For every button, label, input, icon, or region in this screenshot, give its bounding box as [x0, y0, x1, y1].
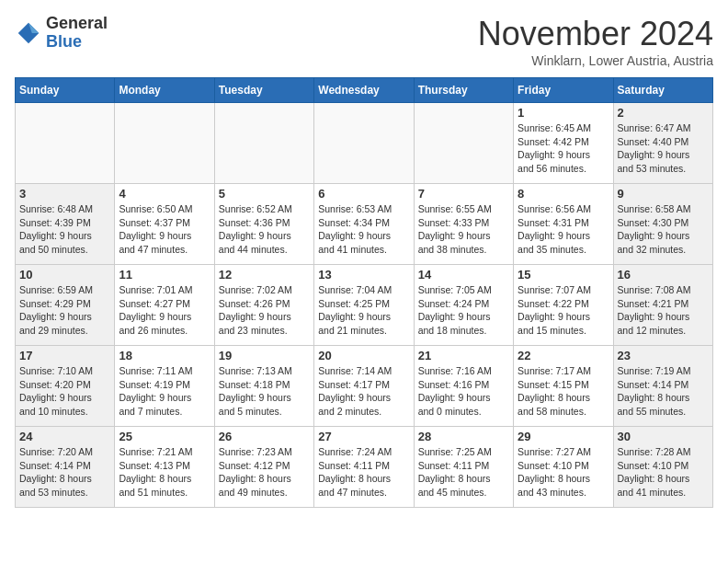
calendar-cell: 5Sunrise: 6:52 AM Sunset: 4:36 PM Daylig…	[214, 184, 313, 265]
day-number: 10	[19, 268, 110, 282]
calendar-cell: 24Sunrise: 7:20 AM Sunset: 4:14 PM Dayli…	[16, 427, 115, 508]
day-info: Sunrise: 6:59 AM Sunset: 4:29 PM Dayligh…	[19, 283, 110, 338]
day-number: 22	[518, 349, 609, 362]
calendar-cell: 27Sunrise: 7:24 AM Sunset: 4:11 PM Dayli…	[314, 427, 414, 508]
day-info: Sunrise: 7:20 AM Sunset: 4:14 PM Dayligh…	[19, 445, 110, 500]
day-info: Sunrise: 7:16 AM Sunset: 4:16 PM Dayligh…	[418, 364, 509, 419]
day-number: 16	[618, 268, 709, 282]
day-number: 20	[318, 349, 409, 362]
day-number: 5	[219, 187, 310, 201]
day-info: Sunrise: 7:05 AM Sunset: 4:24 PM Dayligh…	[418, 283, 509, 338]
day-info: Sunrise: 7:13 AM Sunset: 4:18 PM Dayligh…	[219, 364, 310, 419]
day-number: 23	[618, 349, 709, 362]
logo-general: General	[46, 14, 108, 32]
title-block: November 2024 Winklarn, Lower Austria, A…	[478, 15, 713, 68]
day-info: Sunrise: 7:23 AM Sunset: 4:12 PM Dayligh…	[219, 445, 310, 500]
day-info: Sunrise: 6:55 AM Sunset: 4:33 PM Dayligh…	[418, 202, 509, 257]
calendar-cell: 19Sunrise: 7:13 AM Sunset: 4:18 PM Dayli…	[214, 346, 313, 427]
day-info: Sunrise: 7:19 AM Sunset: 4:14 PM Dayligh…	[618, 364, 709, 419]
weekday-header-row: SundayMondayTuesdayWednesdayThursdayFrid…	[16, 78, 713, 103]
day-info: Sunrise: 7:10 AM Sunset: 4:20 PM Dayligh…	[19, 364, 110, 419]
day-number: 12	[219, 268, 310, 282]
week-row-2: 3Sunrise: 6:48 AM Sunset: 4:39 PM Daylig…	[16, 184, 713, 265]
day-info: Sunrise: 7:14 AM Sunset: 4:17 PM Dayligh…	[318, 364, 409, 419]
calendar-table: SundayMondayTuesdayWednesdayThursdayFrid…	[15, 77, 713, 508]
calendar-cell	[16, 103, 115, 184]
calendar-cell: 30Sunrise: 7:28 AM Sunset: 4:10 PM Dayli…	[613, 427, 712, 508]
calendar-cell	[115, 103, 214, 184]
calendar-cell: 18Sunrise: 7:11 AM Sunset: 4:19 PM Dayli…	[115, 346, 214, 427]
calendar-cell: 25Sunrise: 7:21 AM Sunset: 4:13 PM Dayli…	[115, 427, 214, 508]
calendar-cell: 6Sunrise: 6:53 AM Sunset: 4:34 PM Daylig…	[314, 184, 414, 265]
logo-text: General Blue	[46, 15, 108, 52]
calendar-cell: 20Sunrise: 7:14 AM Sunset: 4:17 PM Dayli…	[314, 346, 414, 427]
weekday-header-tuesday: Tuesday	[214, 78, 313, 103]
day-number: 3	[19, 187, 110, 201]
location-subtitle: Winklarn, Lower Austria, Austria	[478, 53, 713, 68]
calendar-cell	[214, 103, 313, 184]
calendar-cell: 10Sunrise: 6:59 AM Sunset: 4:29 PM Dayli…	[16, 265, 115, 346]
day-number: 30	[618, 430, 709, 443]
day-number: 8	[518, 187, 609, 201]
day-number: 26	[219, 430, 310, 443]
day-number: 19	[219, 349, 310, 362]
day-info: Sunrise: 7:24 AM Sunset: 4:11 PM Dayligh…	[318, 445, 409, 500]
day-number: 6	[318, 187, 409, 201]
day-number: 21	[418, 349, 509, 362]
calendar-cell: 26Sunrise: 7:23 AM Sunset: 4:12 PM Dayli…	[214, 427, 313, 508]
day-info: Sunrise: 6:47 AM Sunset: 4:40 PM Dayligh…	[618, 121, 709, 176]
day-number: 29	[518, 430, 609, 443]
week-row-4: 17Sunrise: 7:10 AM Sunset: 4:20 PM Dayli…	[16, 346, 713, 427]
day-number: 4	[119, 187, 210, 201]
calendar-cell: 7Sunrise: 6:55 AM Sunset: 4:33 PM Daylig…	[414, 184, 513, 265]
day-number: 27	[318, 430, 409, 443]
week-row-3: 10Sunrise: 6:59 AM Sunset: 4:29 PM Dayli…	[16, 265, 713, 346]
day-info: Sunrise: 6:52 AM Sunset: 4:36 PM Dayligh…	[219, 202, 310, 257]
calendar-cell	[414, 103, 513, 184]
logo: General Blue	[15, 15, 108, 52]
day-number: 24	[19, 430, 110, 443]
calendar-cell: 28Sunrise: 7:25 AM Sunset: 4:11 PM Dayli…	[414, 427, 513, 508]
day-info: Sunrise: 7:04 AM Sunset: 4:25 PM Dayligh…	[318, 283, 409, 338]
day-info: Sunrise: 7:25 AM Sunset: 4:11 PM Dayligh…	[418, 445, 509, 500]
calendar-cell: 2Sunrise: 6:47 AM Sunset: 4:40 PM Daylig…	[613, 103, 712, 184]
weekday-header-saturday: Saturday	[613, 78, 712, 103]
calendar-cell: 29Sunrise: 7:27 AM Sunset: 4:10 PM Dayli…	[514, 427, 613, 508]
day-info: Sunrise: 6:53 AM Sunset: 4:34 PM Dayligh…	[318, 202, 409, 257]
day-info: Sunrise: 7:08 AM Sunset: 4:21 PM Dayligh…	[618, 283, 709, 338]
calendar-cell: 15Sunrise: 7:07 AM Sunset: 4:22 PM Dayli…	[514, 265, 613, 346]
day-number: 15	[518, 268, 609, 282]
calendar-cell: 1Sunrise: 6:45 AM Sunset: 4:42 PM Daylig…	[514, 103, 613, 184]
day-number: 18	[119, 349, 210, 362]
calendar-cell: 12Sunrise: 7:02 AM Sunset: 4:26 PM Dayli…	[214, 265, 313, 346]
calendar-cell: 14Sunrise: 7:05 AM Sunset: 4:24 PM Dayli…	[414, 265, 513, 346]
day-info: Sunrise: 6:48 AM Sunset: 4:39 PM Dayligh…	[19, 202, 110, 257]
calendar-cell: 3Sunrise: 6:48 AM Sunset: 4:39 PM Daylig…	[16, 184, 115, 265]
week-row-1: 1Sunrise: 6:45 AM Sunset: 4:42 PM Daylig…	[16, 103, 713, 184]
day-info: Sunrise: 6:45 AM Sunset: 4:42 PM Dayligh…	[518, 121, 609, 176]
weekday-header-thursday: Thursday	[414, 78, 513, 103]
day-number: 7	[418, 187, 509, 201]
calendar-cell: 13Sunrise: 7:04 AM Sunset: 4:25 PM Dayli…	[314, 265, 414, 346]
calendar-cell: 11Sunrise: 7:01 AM Sunset: 4:27 PM Dayli…	[115, 265, 214, 346]
day-info: Sunrise: 7:27 AM Sunset: 4:10 PM Dayligh…	[518, 445, 609, 500]
day-info: Sunrise: 7:11 AM Sunset: 4:19 PM Dayligh…	[119, 364, 210, 419]
weekday-header-sunday: Sunday	[16, 78, 115, 103]
day-info: Sunrise: 7:01 AM Sunset: 4:27 PM Dayligh…	[119, 283, 210, 338]
logo-blue: Blue	[46, 32, 82, 51]
day-number: 14	[418, 268, 509, 282]
weekday-header-wednesday: Wednesday	[314, 78, 414, 103]
calendar-cell	[314, 103, 414, 184]
month-title: November 2024	[478, 15, 713, 53]
page-header: General Blue November 2024 Winklarn, Low…	[15, 15, 713, 68]
day-number: 25	[119, 430, 210, 443]
weekday-header-monday: Monday	[115, 78, 214, 103]
day-info: Sunrise: 7:28 AM Sunset: 4:10 PM Dayligh…	[618, 445, 709, 500]
day-number: 11	[119, 268, 210, 282]
day-number: 2	[618, 106, 709, 120]
day-info: Sunrise: 6:50 AM Sunset: 4:37 PM Dayligh…	[119, 202, 210, 257]
calendar-cell: 9Sunrise: 6:58 AM Sunset: 4:30 PM Daylig…	[613, 184, 712, 265]
calendar-cell: 8Sunrise: 6:56 AM Sunset: 4:31 PM Daylig…	[514, 184, 613, 265]
day-info: Sunrise: 7:07 AM Sunset: 4:22 PM Dayligh…	[518, 283, 609, 338]
calendar-cell: 17Sunrise: 7:10 AM Sunset: 4:20 PM Dayli…	[16, 346, 115, 427]
